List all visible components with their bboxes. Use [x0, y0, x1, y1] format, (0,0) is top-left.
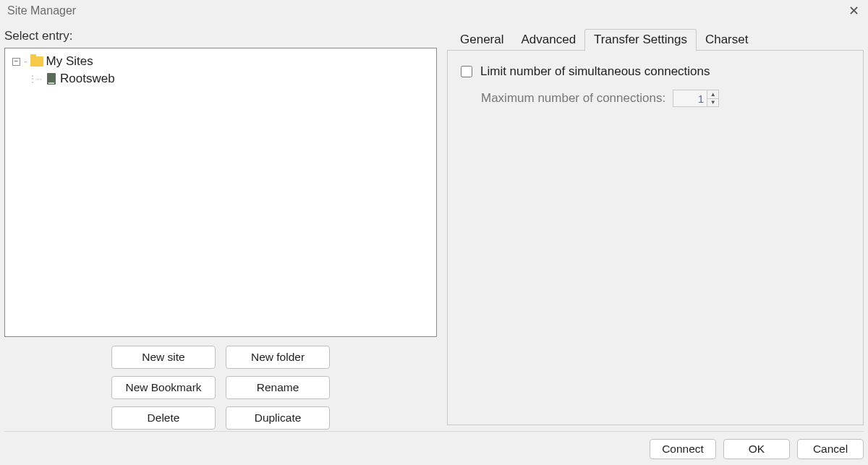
- tree-item-label: Rootsweb: [60, 72, 115, 86]
- tree-connector: ··: [24, 58, 27, 66]
- folder-icon: [30, 56, 43, 67]
- delete-button[interactable]: Delete: [111, 406, 216, 430]
- close-icon[interactable]: ✕: [845, 3, 862, 19]
- new-bookmark-button[interactable]: New Bookmark: [111, 376, 216, 399]
- spinner-down-icon[interactable]: ▼: [707, 99, 718, 107]
- ok-button[interactable]: OK: [723, 439, 790, 459]
- spinner-up-icon[interactable]: ▲: [707, 90, 718, 99]
- collapse-icon[interactable]: −: [12, 58, 20, 66]
- connect-button[interactable]: Connect: [650, 439, 716, 459]
- tree-item-rootsweb[interactable]: ⋮··· Rootsweb: [8, 70, 433, 88]
- tab-general[interactable]: General: [451, 30, 512, 51]
- limit-connections-row: Limit number of simultaneous connections: [458, 64, 853, 80]
- tree-root-my-sites[interactable]: − ·· My Sites: [8, 53, 433, 70]
- tab-charset[interactable]: Charset: [697, 30, 757, 51]
- rename-button[interactable]: Rename: [226, 376, 330, 399]
- dialog-body: Select entry: − ·· My Sites ⋮··· Rootswe…: [0, 22, 868, 430]
- tree-connector: ⋮···: [28, 74, 41, 84]
- titlebar: Site Manager ✕: [0, 0, 868, 22]
- max-connections-row: Maximum number of connections: ▲ ▼: [458, 90, 853, 107]
- tab-transfer-settings[interactable]: Transfer Settings: [584, 29, 697, 51]
- new-folder-button[interactable]: New folder: [226, 346, 330, 369]
- tree-root-label: My Sites: [46, 54, 93, 69]
- limit-connections-label: Limit number of simultaneous connections: [480, 64, 710, 79]
- server-icon: [47, 73, 56, 85]
- spinner-buttons: ▲ ▼: [707, 90, 719, 107]
- max-connections-spinner[interactable]: ▲ ▼: [673, 90, 719, 107]
- cancel-button[interactable]: Cancel: [797, 439, 864, 459]
- duplicate-button[interactable]: Duplicate: [226, 406, 330, 430]
- window-title: Site Manager: [7, 4, 76, 17]
- site-tree[interactable]: − ·· My Sites ⋮··· Rootsweb: [4, 48, 437, 337]
- max-connections-input[interactable]: [673, 90, 707, 107]
- dialog-footer: Connect OK Cancel: [4, 431, 864, 459]
- select-entry-label: Select entry:: [4, 26, 437, 48]
- right-pane: General Advanced Transfer Settings Chars…: [447, 26, 864, 430]
- left-pane: Select entry: − ·· My Sites ⋮··· Rootswe…: [4, 26, 437, 430]
- tabstrip: General Advanced Transfer Settings Chars…: [447, 29, 864, 51]
- new-site-button[interactable]: New site: [111, 346, 216, 369]
- tab-advanced[interactable]: Advanced: [512, 30, 584, 51]
- max-connections-label: Maximum number of connections:: [481, 91, 665, 106]
- limit-connections-checkbox[interactable]: [461, 66, 472, 77]
- site-action-buttons: New site New folder New Bookmark Rename …: [4, 346, 437, 430]
- transfer-settings-panel: Limit number of simultaneous connections…: [447, 51, 864, 425]
